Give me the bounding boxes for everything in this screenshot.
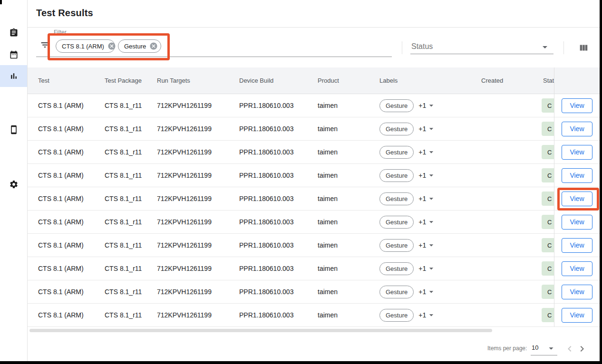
- status-select[interactable]: Status: [411, 42, 433, 51]
- labels-more-count[interactable]: +1: [418, 288, 426, 296]
- page-title: Test Results: [36, 8, 93, 19]
- view-button[interactable]: View: [562, 122, 592, 136]
- label-chip: Gesture: [379, 239, 414, 252]
- view-button[interactable]: View: [562, 308, 592, 323]
- column-header-created[interactable]: Created: [481, 77, 543, 84]
- table-row: CTS 8.1 (ARM)CTS 8.1_r11712KPVH1261199PP…: [28, 280, 554, 304]
- cell-status: C: [543, 145, 554, 159]
- cell-test-package: CTS 8.1_r11: [105, 218, 157, 226]
- view-button[interactable]: View: [562, 168, 592, 183]
- view-cell: View: [554, 211, 600, 234]
- chevron-down-icon[interactable]: [539, 41, 551, 53]
- column-header-device-build[interactable]: Device Build: [239, 77, 318, 84]
- labels-more-count[interactable]: +1: [418, 148, 426, 156]
- chevron-down-icon[interactable]: [427, 240, 436, 250]
- status-chip: C: [542, 308, 554, 322]
- view-cell: View: [554, 94, 600, 117]
- cell-test: CTS 8.1 (ARM): [38, 311, 105, 319]
- chevron-down-icon[interactable]: [427, 287, 436, 297]
- sidebar-item-settings[interactable]: [0, 173, 27, 195]
- table-row: CTS 8.1 (ARM)CTS 8.1_r11712KPVH1261199PP…: [28, 211, 554, 234]
- chevron-down-icon[interactable]: [427, 147, 436, 157]
- remove-circle-icon[interactable]: [107, 42, 116, 50]
- chevron-down-icon[interactable]: [427, 124, 436, 134]
- cell-product: taimen: [318, 218, 379, 226]
- view-columns-icon[interactable]: [578, 43, 589, 53]
- column-header-product[interactable]: Product: [318, 77, 379, 84]
- chevron-down-icon[interactable]: [427, 171, 436, 180]
- cell-status: C: [543, 122, 554, 136]
- chevron-down-icon[interactable]: [427, 101, 436, 110]
- gear-icon: [9, 180, 19, 189]
- cell-product: taimen: [318, 311, 379, 319]
- status-chip: C: [542, 285, 554, 299]
- cell-test: CTS 8.1 (ARM): [38, 241, 105, 249]
- labels-more-count[interactable]: +1: [418, 102, 426, 109]
- view-button[interactable]: View: [562, 215, 592, 230]
- table-row: CTS 8.1 (ARM)CTS 8.1_r11712KPVH1261199PP…: [28, 164, 554, 187]
- status-chip: C: [542, 261, 554, 276]
- view-cell: View: [554, 234, 600, 257]
- labels-more-count[interactable]: +1: [418, 218, 426, 226]
- labels-more-count[interactable]: +1: [418, 195, 426, 202]
- chevron-down-icon[interactable]: [546, 343, 556, 354]
- column-header-status[interactable]: Status: [543, 77, 554, 84]
- column-header-test-package[interactable]: Test Package: [105, 77, 157, 84]
- cell-test-package: CTS 8.1_r11: [105, 172, 157, 179]
- view-button[interactable]: View: [562, 238, 592, 253]
- cell-product: taimen: [318, 148, 379, 156]
- items-per-page-select[interactable]: 10: [532, 344, 538, 351]
- labels-more-count[interactable]: +1: [418, 265, 426, 272]
- view-button[interactable]: View: [562, 192, 592, 206]
- clipboard-icon: [9, 28, 19, 38]
- items-per-page-underline: [531, 355, 557, 355]
- labels-more-count[interactable]: +1: [418, 172, 426, 179]
- chevron-down-icon[interactable]: [427, 264, 436, 273]
- sidebar-item-test-runs[interactable]: [0, 22, 27, 44]
- remove-circle-icon[interactable]: [149, 42, 158, 50]
- chevron-right-icon[interactable]: [576, 343, 588, 354]
- view-column: ViewViewViewViewViewViewViewViewViewView: [554, 67, 600, 327]
- cell-test-package: CTS 8.1_r11: [105, 195, 157, 202]
- table-row: CTS 8.1 (ARM)CTS 8.1_r11712KPVH1261199PP…: [28, 304, 554, 327]
- column-header-run-targets[interactable]: Run Targets: [157, 77, 239, 84]
- title-divider: [28, 27, 600, 28]
- horizontal-scrollbar[interactable]: [29, 329, 492, 332]
- labels-more-count[interactable]: +1: [418, 241, 426, 249]
- cell-status: C: [543, 168, 554, 182]
- cell-test: CTS 8.1 (ARM): [38, 218, 105, 226]
- label-chip: Gesture: [379, 146, 414, 159]
- label-chip: Gesture: [379, 123, 414, 135]
- view-button[interactable]: View: [562, 261, 592, 276]
- cell-test: CTS 8.1 (ARM): [38, 288, 105, 296]
- column-header-labels[interactable]: Labels: [379, 77, 481, 84]
- cell-test: CTS 8.1 (ARM): [38, 148, 105, 156]
- chevron-down-icon[interactable]: [427, 217, 436, 227]
- results-table: Test Test Package Run Targets Device Bui…: [28, 67, 554, 327]
- chevron-down-icon[interactable]: [427, 194, 436, 203]
- cell-labels: Gesture+1: [379, 192, 481, 205]
- sidebar-item-devices[interactable]: [0, 119, 27, 141]
- chevron-down-icon[interactable]: [427, 310, 436, 320]
- sidebar-item-schedule[interactable]: [0, 44, 27, 66]
- cell-device-build: PPR1.180610.003: [239, 241, 318, 249]
- column-header-test[interactable]: Test: [38, 77, 105, 84]
- labels-more-count[interactable]: +1: [418, 311, 426, 319]
- cell-product: taimen: [318, 125, 379, 133]
- table-row: CTS 8.1 (ARM)CTS 8.1_r11712KPVH1261199PP…: [28, 234, 554, 257]
- cell-status: C: [543, 192, 554, 206]
- sidebar-item-test-results[interactable]: [0, 65, 27, 87]
- status-chip: C: [542, 122, 554, 136]
- view-button[interactable]: View: [562, 98, 592, 113]
- chevron-left-icon[interactable]: [564, 343, 575, 354]
- view-button[interactable]: View: [562, 145, 592, 160]
- filter-list-icon: [40, 40, 50, 50]
- filter-chip[interactable]: CTS 8.1 (ARM): [56, 39, 115, 53]
- bar-chart-icon: [9, 71, 19, 81]
- cell-device-build: PPR1.180610.003: [239, 125, 318, 133]
- labels-more-count[interactable]: +1: [418, 125, 426, 133]
- filter-chip[interactable]: Gesture: [118, 39, 161, 53]
- view-button[interactable]: View: [562, 285, 592, 299]
- cell-status: C: [543, 308, 554, 322]
- table-header-row: Test Test Package Run Targets Device Bui…: [28, 67, 554, 94]
